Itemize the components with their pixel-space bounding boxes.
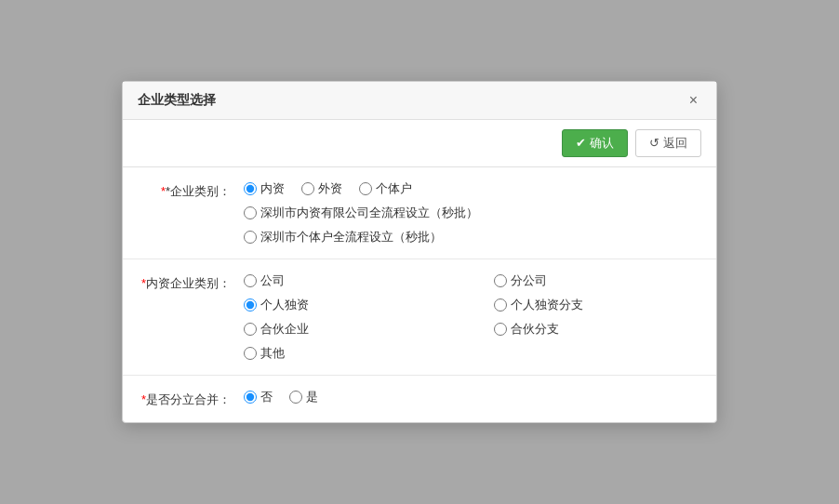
radio-hehuo[interactable]: 合伙企业 xyxy=(244,321,466,338)
confirm-label: 确认 xyxy=(590,135,614,152)
radio-sm-yes-label: 是 xyxy=(306,389,318,405)
dialog-overlay: 企业类型选择 × ✔ 确认 ↺ 返回 **企业类别： xyxy=(0,0,839,504)
confirm-button[interactable]: ✔ 确认 xyxy=(562,129,628,157)
dialog-title: 企业类型选择 xyxy=(138,92,216,109)
radio-sm-no[interactable]: 否 xyxy=(244,389,273,405)
radio-neizi-label: 内资 xyxy=(260,180,285,197)
radio-geren-fen[interactable]: 个人独资分支 xyxy=(494,297,716,313)
radio-hehuo-fen-label: 合伙分支 xyxy=(511,321,559,338)
dialog-body: **企业类别： 内资 外资 个体户 xyxy=(123,167,716,423)
radio-fengongsi-input[interactable] xyxy=(494,274,507,287)
radio-geren[interactable]: 个人独资 xyxy=(244,297,466,313)
radio-qita-label: 其他 xyxy=(260,345,285,362)
back-label: 返回 xyxy=(663,135,687,152)
radio-geti-input[interactable] xyxy=(359,182,372,195)
radio-neizi[interactable]: 内资 xyxy=(244,180,285,197)
dialog-toolbar: ✔ 确认 ↺ 返回 xyxy=(123,120,716,167)
radio-geren-fen-label: 个人独资分支 xyxy=(511,297,583,313)
dialog-header: 企业类型选择 × xyxy=(123,82,716,120)
radio-sm-yes[interactable]: 是 xyxy=(289,389,318,405)
back-icon: ↺ xyxy=(649,136,659,150)
checkmark-icon: ✔ xyxy=(576,136,586,150)
radio-waizi-label: 外资 xyxy=(318,180,342,197)
radio-geti[interactable]: 个体户 xyxy=(359,180,412,197)
radio-waizi[interactable]: 外资 xyxy=(301,180,342,197)
radio-waizi-input[interactable] xyxy=(301,182,314,195)
back-button[interactable]: ↺ 返回 xyxy=(635,129,701,157)
radio-sm-yes-input[interactable] xyxy=(289,391,302,404)
radio-gongsi-label: 公司 xyxy=(260,272,285,289)
radio-sm-no-input[interactable] xyxy=(244,391,257,404)
radio-sz-neizi-input[interactable] xyxy=(244,206,257,219)
radio-gongsi-input[interactable] xyxy=(244,274,257,287)
radio-fengongsi[interactable]: 分公司 xyxy=(494,272,716,289)
radio-sz-geti-input[interactable] xyxy=(244,231,257,244)
radio-hehuo-label: 合伙企业 xyxy=(260,321,309,338)
enterprise-category-row2: 深圳市内资有限公司全流程设立（秒批） xyxy=(244,205,716,221)
split-merge-label: *是否分立合并： xyxy=(123,389,244,410)
radio-qita[interactable]: 其他 xyxy=(244,345,466,362)
enterprise-category-row1: 内资 外资 个体户 xyxy=(244,180,716,197)
radio-sz-neizi-label: 深圳市内资有限公司全流程设立（秒批） xyxy=(260,205,478,221)
radio-sz-geti-label: 深圳市个体户全流程设立（秒批） xyxy=(260,229,442,245)
split-merge-content: 否 是 xyxy=(244,389,716,405)
radio-hehuo-fen[interactable]: 合伙分支 xyxy=(494,321,716,338)
close-button[interactable]: × xyxy=(686,91,701,110)
inner-enterprise-type-label: *内资企业类别： xyxy=(123,272,244,294)
inner-enterprise-type-row: *内资企业类别： 公司 分公司 个人独 xyxy=(123,259,716,376)
radio-geti-label: 个体户 xyxy=(376,180,412,197)
enterprise-category-row: **企业类别： 内资 外资 个体户 xyxy=(123,167,716,259)
split-merge-row: *是否分立合并： 否 是 xyxy=(123,376,716,423)
radio-neizi-input[interactable] xyxy=(244,182,257,195)
radio-sm-no-label: 否 xyxy=(260,389,273,405)
radio-hehuo-fen-input[interactable] xyxy=(494,323,507,336)
radio-hehuo-input[interactable] xyxy=(244,323,257,336)
radio-geren-input[interactable] xyxy=(244,298,257,312)
inner-type-grid: 公司 分公司 个人独资 个人独资分支 xyxy=(244,272,716,362)
split-merge-options: 否 是 xyxy=(244,389,716,405)
inner-enterprise-type-content: 公司 分公司 个人独资 个人独资分支 xyxy=(244,272,716,362)
enterprise-category-row3: 深圳市个体户全流程设立（秒批） xyxy=(244,229,716,245)
radio-qita-input[interactable] xyxy=(244,347,257,360)
radio-sz-neizi[interactable]: 深圳市内资有限公司全流程设立（秒批） xyxy=(244,205,478,221)
radio-geren-fen-input[interactable] xyxy=(494,298,507,312)
radio-fengongsi-label: 分公司 xyxy=(511,272,547,289)
enterprise-category-label: **企业类别： xyxy=(123,180,244,202)
radio-sz-geti[interactable]: 深圳市个体户全流程设立（秒批） xyxy=(244,229,442,245)
enterprise-category-content: 内资 外资 个体户 深圳市 xyxy=(244,180,716,245)
dialog-container: 企业类型选择 × ✔ 确认 ↺ 返回 **企业类别： xyxy=(122,81,717,424)
radio-gongsi[interactable]: 公司 xyxy=(244,272,466,289)
radio-geren-label: 个人独资 xyxy=(260,297,309,313)
